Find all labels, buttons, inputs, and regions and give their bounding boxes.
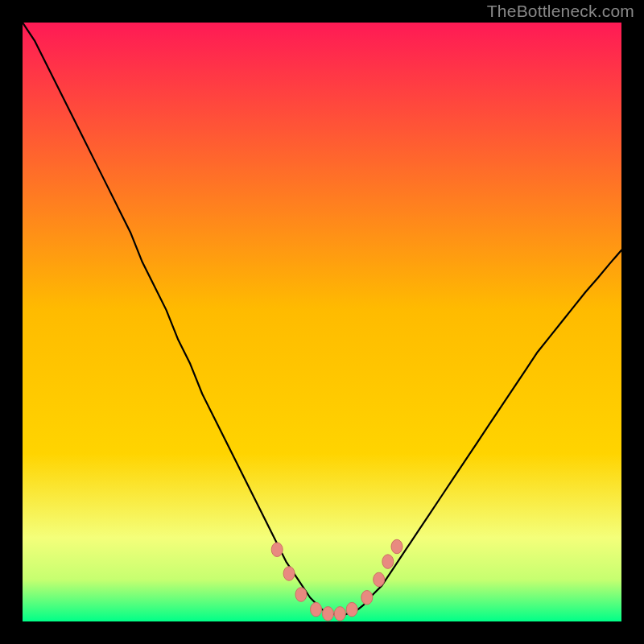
curve-marker	[283, 567, 295, 581]
curve-marker	[295, 588, 307, 602]
curve-marker	[311, 602, 322, 617]
curve-marker	[374, 572, 385, 587]
curve-marker	[334, 607, 345, 621]
plot-area	[23, 23, 621, 621]
gradient-background	[23, 23, 621, 621]
curve-marker	[382, 555, 394, 569]
chart-frame: TheBottleneck.com	[0, 0, 644, 644]
curve-marker	[391, 539, 402, 554]
curve-marker	[271, 543, 283, 557]
curve-marker	[322, 607, 333, 621]
curve-marker	[346, 602, 357, 617]
bottleneck-plot-svg	[23, 23, 621, 621]
watermark-label: TheBottleneck.com	[487, 2, 634, 21]
curve-marker	[361, 590, 373, 605]
